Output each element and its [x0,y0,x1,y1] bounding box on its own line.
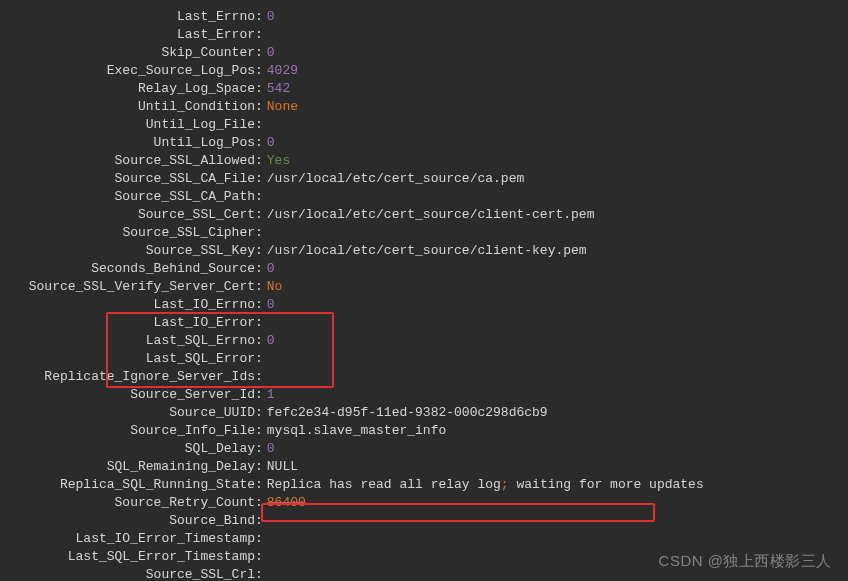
status-row: Source_Bind: [0,512,848,530]
status-row: Until_Log_File: [0,116,848,134]
colon: : [255,530,267,548]
colon: : [255,98,267,116]
colon: : [255,278,267,296]
status-value: /usr/local/etc/cert_source/ca.pem [267,170,848,188]
colon: : [255,242,267,260]
status-row: Source_Retry_Count: 86400 [0,494,848,512]
colon: : [255,332,267,350]
status-row: Seconds_Behind_Source: 0 [0,260,848,278]
status-row: Source_SSL_CA_File: /usr/local/etc/cert_… [0,170,848,188]
status-row: Relay_Log_Space: 542 [0,80,848,98]
status-row: Source_UUID: fefc2e34-d95f-11ed-9382-000… [0,404,848,422]
colon: : [255,62,267,80]
colon: : [255,134,267,152]
status-value: 0 [267,332,848,350]
colon: : [255,26,267,44]
status-value: fefc2e34-d95f-11ed-9382-000c298d6cb9 [267,404,848,422]
status-key: Until_Condition [0,98,255,116]
status-row: Last_SQL_Errno: 0 [0,332,848,350]
status-value: 0 [267,134,848,152]
status-value: 542 [267,80,848,98]
status-key: Source_SSL_Verify_Server_Cert [0,278,255,296]
status-key: Source_SSL_CA_Path [0,188,255,206]
status-key: Until_Log_File [0,116,255,134]
status-row: Source_Info_File: mysql.slave_master_inf… [0,422,848,440]
status-row: SQL_Remaining_Delay: NULL [0,458,848,476]
colon: : [255,152,267,170]
status-row: SQL_Delay: 0 [0,440,848,458]
status-row: Last_IO_Error: [0,314,848,332]
colon: : [255,44,267,62]
status-key: Source_UUID [0,404,255,422]
status-key: Last_IO_Errno [0,296,255,314]
status-key: Source_Info_File [0,422,255,440]
colon: : [255,206,267,224]
status-key: Last_SQL_Error_Timestamp [0,548,255,566]
status-key: Source_SSL_CA_File [0,170,255,188]
status-value: NULL [267,458,848,476]
status-value: 1 [267,386,848,404]
status-key: Last_Errno [0,8,255,26]
status-row: Replicate_Ignore_Server_Ids: [0,368,848,386]
colon: : [255,224,267,242]
status-value: mysql.slave_master_info [267,422,848,440]
colon: : [255,260,267,278]
status-value: 0 [267,44,848,62]
status-key: Last_SQL_Error [0,350,255,368]
status-output: Last_Errno: 0Last_Error: Skip_Counter: 0… [0,8,848,581]
status-value: 4029 [267,62,848,80]
status-key: SQL_Remaining_Delay [0,458,255,476]
status-key: Last_Error [0,26,255,44]
status-row: Source_SSL_Verify_Server_Cert: No [0,278,848,296]
colon: : [255,440,267,458]
status-key: Until_Log_Pos [0,134,255,152]
status-row: Until_Log_Pos: 0 [0,134,848,152]
colon: : [255,404,267,422]
colon: : [255,422,267,440]
status-key: Last_IO_Error [0,314,255,332]
status-key: Skip_Counter [0,44,255,62]
status-row: Source_SSL_Key: /usr/local/etc/cert_sour… [0,242,848,260]
status-row: Source_SSL_Cert: /usr/local/etc/cert_sou… [0,206,848,224]
status-key: Replicate_Ignore_Server_Ids [0,368,255,386]
status-value: 86400 [267,494,848,512]
status-key: Source_SSL_Crl [0,566,255,581]
status-key: Source_SSL_Allowed [0,152,255,170]
status-key: Last_SQL_Errno [0,332,255,350]
status-key: Source_SSL_Cipher [0,224,255,242]
status-row: Source_SSL_Allowed: Yes [0,152,848,170]
status-value: None [267,98,848,116]
status-key: Seconds_Behind_Source [0,260,255,278]
status-value: No [267,278,848,296]
status-value: 0 [267,260,848,278]
status-key: Exec_Source_Log_Pos [0,62,255,80]
status-key: Last_IO_Error_Timestamp [0,530,255,548]
status-row: Exec_Source_Log_Pos: 4029 [0,62,848,80]
status-value [267,116,848,134]
status-row: Source_SSL_Cipher: [0,224,848,242]
status-row: Last_IO_Error_Timestamp: [0,530,848,548]
status-value: 0 [267,296,848,314]
status-value [267,188,848,206]
status-value [267,26,848,44]
colon: : [255,386,267,404]
colon: : [255,566,267,581]
colon: : [255,350,267,368]
colon: : [255,170,267,188]
status-row: Last_Errno: 0 [0,8,848,26]
status-key: Source_SSL_Key [0,242,255,260]
status-key: SQL_Delay [0,440,255,458]
colon: : [255,458,267,476]
status-value: Replica has read all relay log; waiting … [267,476,848,494]
colon: : [255,296,267,314]
status-key: Replica_SQL_Running_State [0,476,255,494]
colon: : [255,116,267,134]
status-value [267,224,848,242]
status-value: /usr/local/etc/cert_source/client-cert.p… [267,206,848,224]
status-row: Last_SQL_Error: [0,350,848,368]
status-row: Source_Server_Id: 1 [0,386,848,404]
status-key: Source_Bind [0,512,255,530]
status-key: Relay_Log_Space [0,80,255,98]
status-value [267,368,848,386]
colon: : [255,476,267,494]
